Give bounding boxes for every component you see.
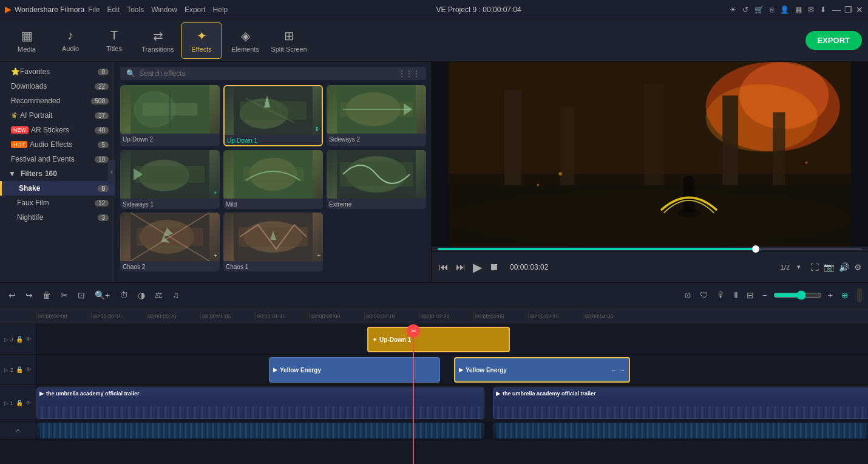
grid-view-icon[interactable]: ⋮⋮⋮ xyxy=(398,69,420,78)
menu-window[interactable]: Window xyxy=(151,5,177,14)
effect-sideways1[interactable]: + Sideways 1 xyxy=(120,150,220,209)
effect-extreme[interactable]: Extreme xyxy=(327,150,426,209)
skip-back-button[interactable]: ⏮ xyxy=(438,261,450,274)
zoom-minus[interactable]: − xyxy=(760,288,770,302)
sync-icon[interactable]: ↺ xyxy=(742,5,748,14)
grid-icon[interactable]: ▦ xyxy=(795,5,802,14)
sidebar-item-ar-stickers[interactable]: NEW AR Stickers 40 xyxy=(0,123,115,137)
text-icon[interactable]: Ⅱ xyxy=(731,288,741,302)
clip-video-1[interactable]: ▶ the umbrella academy official trailer xyxy=(36,387,484,419)
export-button[interactable]: EXPORT xyxy=(805,31,862,50)
shake-label: Shake xyxy=(19,184,40,193)
zoom-slider[interactable] xyxy=(773,290,822,300)
account-icon[interactable]: 👤 xyxy=(780,5,789,14)
sidebar-item-shake[interactable]: Shake 8 xyxy=(0,181,115,196)
toolbar-elements[interactable]: ◈ Elements xyxy=(225,22,266,59)
sidebar-item-recommended[interactable]: Recommended 500 xyxy=(0,94,115,108)
camera-icon[interactable]: ⊙ xyxy=(682,288,694,302)
menu-export[interactable]: Export xyxy=(185,5,206,14)
track-lock-1[interactable]: 🔒 xyxy=(16,400,23,406)
titlebar-right: ☀ ↺ 🛒 ⎘ 👤 ▦ ✉ ⬇ — ❐ ✕ xyxy=(730,5,863,15)
clip-video-2[interactable]: ▶ the umbrella academy official trailer xyxy=(493,387,868,419)
crop-button[interactable]: ⊡ xyxy=(75,288,87,302)
adjust-button[interactable]: ⚖ xyxy=(152,288,165,302)
audio-adjust-button[interactable]: ♫ xyxy=(170,288,181,302)
effect-chaos1[interactable]: + Chaos 1 xyxy=(223,213,323,271)
cut-button[interactable]: ✂ xyxy=(58,288,70,302)
app-logo: ▶ xyxy=(5,5,11,14)
zoom-in-button[interactable]: 🔍+ xyxy=(92,288,112,302)
play-button[interactable]: ▶ xyxy=(472,259,483,276)
snapshot-preview-icon[interactable]: 📷 xyxy=(824,262,834,272)
search-input[interactable] xyxy=(139,69,395,78)
menu-edit[interactable]: Edit xyxy=(107,5,120,14)
sidebar-section-filters[interactable]: ▼ Filters 160 xyxy=(0,166,115,181)
sidebar-item-downloads[interactable]: Downloads 22 xyxy=(0,79,115,94)
effect-sideways2[interactable]: Sideways 2 xyxy=(327,85,426,146)
menu-help[interactable]: Help xyxy=(213,5,228,14)
split-icon[interactable]: ⊟ xyxy=(744,288,756,302)
add-track-button[interactable]: ⊕ xyxy=(839,288,851,302)
preview-resolution-dropdown[interactable]: ▾ xyxy=(797,263,801,271)
toolbar-transitions[interactable]: ⇄ Transitions xyxy=(137,22,178,59)
effect-updown2[interactable]: Up-Down 2 xyxy=(120,85,220,146)
maximize-button[interactable]: ❐ xyxy=(844,5,852,15)
track-eye-2[interactable]: 👁 xyxy=(25,366,32,373)
preview-seekbar[interactable] xyxy=(438,248,862,250)
fullscreen-icon[interactable]: ⛶ xyxy=(810,262,819,272)
settings-preview-icon[interactable]: ⚙ xyxy=(854,262,862,272)
panel-toggle[interactable]: ‹ xyxy=(108,160,115,184)
yellow-energy-label-1: Yellow Energy xyxy=(280,367,321,374)
shield-icon[interactable]: 🛡 xyxy=(697,288,711,302)
sidebar-item-faux-film[interactable]: Faux Film 12 xyxy=(0,196,115,210)
effect-updown1[interactable]: ⇕ Up-Down 1 xyxy=(223,85,323,146)
minimize-button[interactable]: — xyxy=(832,5,841,15)
effects-panel: 🔍 ⋮⋮⋮ Up-Down 2 ⇕ Up- xyxy=(115,62,431,282)
menu-file[interactable]: File xyxy=(88,5,100,14)
snapshot-icon[interactable]: ⎘ xyxy=(770,5,774,14)
clip-btn-1[interactable]: ← xyxy=(611,367,617,374)
volume-icon[interactable]: 🔊 xyxy=(839,262,849,272)
effect-chaos2[interactable]: + Chaos 2 xyxy=(120,213,220,271)
store-icon[interactable]: 🛒 xyxy=(754,5,764,14)
sidebar-item-nightlife[interactable]: Nightlife 3 xyxy=(0,210,115,225)
clip-yellow-energy-1[interactable]: ▶ Yellow Energy xyxy=(269,357,440,383)
delete-button[interactable]: 🗑 xyxy=(40,288,53,302)
timeline-toolbar: ↩ ↪ 🗑 ✂ ⊡ 🔍+ ⏱ ◑ ⚖ ♫ ⊙ 🛡 🎙 Ⅱ ⊟ − + ⊕ xyxy=(0,283,868,307)
sidebar-item-ai-portrait[interactable]: ♛ AI Portrait 37 xyxy=(0,108,115,123)
track-eye-3[interactable]: 👁 xyxy=(25,336,32,343)
menu-tools[interactable]: Tools xyxy=(127,5,144,14)
sidebar-item-favorites[interactable]: ⭐ Favorites 0 xyxy=(0,64,115,79)
effect-mild[interactable]: Mild xyxy=(223,150,323,209)
toolbar-audio[interactable]: ♪ Audio xyxy=(50,22,91,59)
color-button[interactable]: ◑ xyxy=(135,288,147,302)
track-lock-2[interactable]: 🔒 xyxy=(16,366,23,373)
clip-audio-1[interactable] xyxy=(36,423,484,438)
video-clip-header-2: ▶ the umbrella academy official trailer xyxy=(496,391,596,397)
clip-yellow-energy-2[interactable]: ▶ Yellow Energy ← → xyxy=(454,357,630,383)
ai-portrait-badge: 37 xyxy=(95,112,109,119)
toolbar-media[interactable]: ▦ Media xyxy=(6,22,47,59)
track-eye-1[interactable]: 👁 xyxy=(25,400,32,406)
mic-icon[interactable]: 🎙 xyxy=(714,288,728,302)
zoom-plus[interactable]: + xyxy=(826,288,835,302)
step-back-button[interactable]: ⏭ xyxy=(455,261,467,274)
toolbar-effects[interactable]: ✦ Effects xyxy=(181,22,222,59)
sidebar-item-festival-events[interactable]: Festival and Events 10 xyxy=(0,152,115,166)
mail-icon[interactable]: ✉ xyxy=(808,5,814,14)
toolbar-titles[interactable]: T Titles xyxy=(93,22,135,59)
sidebar-item-audio-effects[interactable]: HOT Audio Effects 5 xyxy=(0,137,115,152)
close-button[interactable]: ✕ xyxy=(856,5,863,15)
toolbar-splitscreen[interactable]: ⊞ Split Screen xyxy=(268,22,310,59)
stop-button[interactable]: ⏹ xyxy=(488,261,500,274)
redo-button[interactable]: ↪ xyxy=(23,288,35,302)
clip-btn-2[interactable]: → xyxy=(619,367,625,374)
clip-audio-2[interactable] xyxy=(493,423,868,438)
undo-button[interactable]: ↩ xyxy=(6,288,18,302)
track-lock-3[interactable]: 🔒 xyxy=(16,336,23,343)
download-icon[interactable]: ⬇ xyxy=(820,5,826,14)
theme-icon[interactable]: ☀ xyxy=(730,5,736,14)
clip-updown1[interactable]: ✦ Up-Down 1 xyxy=(367,327,510,352)
yellow-energy-label-2: Yellow Energy xyxy=(466,367,507,374)
timer-button[interactable]: ⏱ xyxy=(117,288,131,302)
